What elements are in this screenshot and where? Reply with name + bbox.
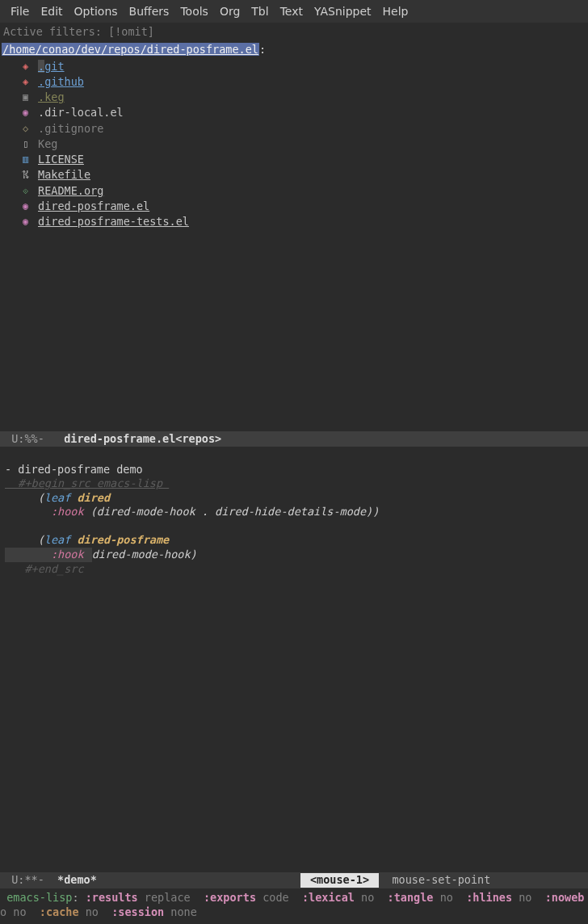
lisp-icon: ◉ [19, 200, 32, 212]
git-icon: ◈ [19, 75, 32, 88]
dired-panel: Active filters: [!omit] /home/conao/dev/… [0, 23, 588, 447]
file-row[interactable]: ◈.github [19, 74, 588, 90]
org-content[interactable]: - dired-posframe demo #+begin_src emacs-… [0, 447, 588, 591]
file-row[interactable]: ◉dired-posframe.el [19, 198, 588, 213]
path-highlight: /home/conao/dev/repos/dired-posframe.el [2, 43, 259, 56]
file-name[interactable]: .gitignore [38, 121, 103, 136]
folder-icon: ▣ [19, 90, 32, 103]
file-name[interactable]: .keg [38, 90, 65, 104]
file-listing[interactable]: ◈.git◈.github▣.keg◉.dir-local.el◇.gitign… [0, 58, 588, 229]
menu-buffers[interactable]: Buffers [124, 4, 175, 19]
mouse-event-label: <mouse-1> [300, 873, 379, 888]
file-name[interactable]: .dir-local.el [38, 105, 124, 120]
menu-edit[interactable]: Edit [35, 4, 68, 19]
menu-text[interactable]: Text [275, 4, 309, 19]
org-line-2: :hook (dired-mode-hook . dired-hide-deta… [5, 505, 379, 518]
menu-yasnippet[interactable]: YASnippet [309, 4, 377, 19]
header-args-line-2: o no :cache no :session none [0, 905, 588, 921]
git-icon: ◈ [19, 60, 32, 73]
file-name[interactable]: Keg [38, 136, 57, 151]
make-icon: ⛕ [19, 168, 32, 181]
file-row[interactable]: ◉.dir-local.el [19, 105, 588, 120]
gitf-icon: ◇ [19, 122, 32, 135]
modeline-status-2: U:**- [5, 873, 57, 888]
file-row[interactable]: ▯Keg [19, 136, 588, 151]
file-name[interactable]: dired-posframe.el [38, 199, 149, 213]
file-name[interactable]: LICENSE [38, 152, 84, 166]
lisp-icon: ◉ [19, 106, 32, 119]
modeline-buffer-name: dired-posframe.el<repos> [64, 432, 221, 447]
menu-options[interactable]: Options [69, 4, 124, 19]
menu-tbl[interactable]: Tbl [246, 4, 274, 19]
mouse-command: mouse-set-point [379, 873, 490, 888]
active-filters: Active filters: [!omit] [0, 23, 588, 41]
org-line-1: (leaf dired [5, 491, 110, 504]
file-name[interactable]: dired-posframe-tests.el [38, 214, 189, 229]
menu-bar: File Edit Options Buffers Tools Org Tbl … [0, 0, 588, 23]
modeline-dired: U:%%- dired-posframe.el<repos> [0, 431, 588, 447]
directory-path: /home/conao/dev/repos/dired-posframe.el: [0, 41, 588, 59]
file-row[interactable]: ◉dired-posframe-tests.el [19, 213, 588, 229]
file-row[interactable]: ▥LICENSE [19, 152, 588, 167]
file-name[interactable]: README.org [38, 183, 103, 198]
file-row[interactable]: ▣.keg [19, 90, 588, 105]
org-end-src: #+end_src [5, 562, 84, 575]
modeline-demo: U:**- *demo* <mouse-1> mouse-set-point [0, 872, 588, 888]
book-icon: ▥ [19, 153, 32, 166]
org-heading: - dired-posframe demo [5, 463, 143, 476]
file-row[interactable]: ◈.git [19, 58, 588, 74]
file-name[interactable]: Makefile [38, 167, 90, 182]
org-icon: ⟐ [19, 184, 32, 197]
file-row[interactable]: ⛕Makefile [19, 167, 588, 183]
header-args-line-1: emacs-lisp: :results replace :exports co… [0, 890, 588, 906]
org-line-4: :hook dired-mode-hook) [5, 548, 197, 561]
path-colon: : [259, 43, 266, 56]
demo-panel: - dired-posframe demo #+begin_src emacs-… [0, 447, 588, 591]
menu-org[interactable]: Org [214, 4, 246, 19]
menu-help[interactable]: Help [377, 4, 414, 19]
menu-file[interactable]: File [5, 4, 35, 19]
org-begin-src: #+begin_src emacs-lisp [5, 477, 169, 489]
file-row[interactable]: ⟐README.org [19, 183, 588, 198]
text-icon: ▯ [19, 137, 32, 150]
org-line-3: (leaf dired-posframe [5, 533, 169, 546]
lisp-icon: ◉ [19, 215, 32, 228]
file-name[interactable]: .github [38, 74, 84, 89]
modeline-gap [97, 873, 300, 888]
modeline-status: U:%%- [5, 432, 64, 447]
file-name[interactable]: .git [38, 59, 65, 74]
modeline-buffer-name-2: *demo* [57, 873, 97, 888]
menu-tools[interactable]: Tools [174, 4, 214, 19]
file-row[interactable]: ◇.gitignore [19, 120, 588, 136]
